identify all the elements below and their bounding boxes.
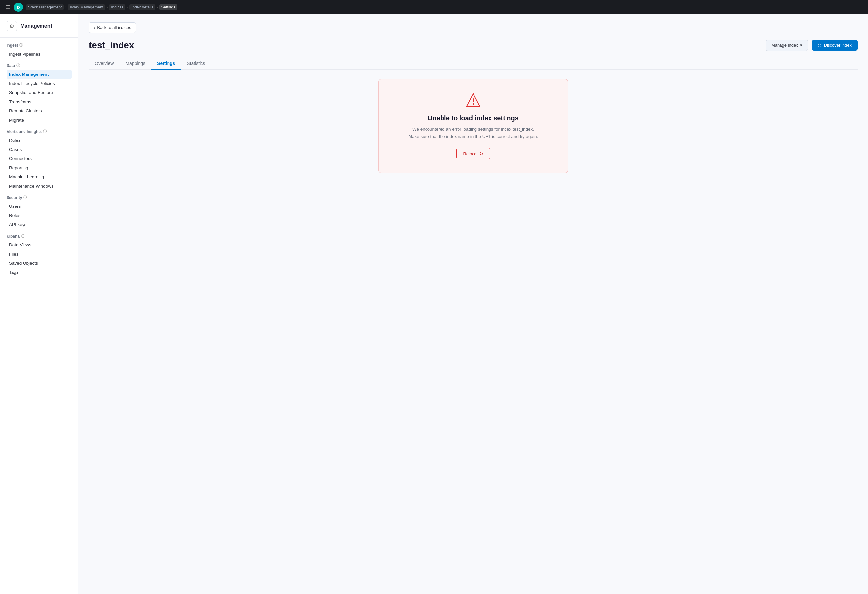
discover-index-label: Discover index: [824, 43, 852, 48]
compass-icon: ◎: [818, 43, 821, 48]
tab-statistics[interactable]: Statistics: [181, 58, 211, 70]
sidebar-item-remote-clusters[interactable]: Remote Clusters: [6, 106, 71, 115]
sidebar-item-index-lifecycle-policies[interactable]: Index Lifecycle Policies: [6, 79, 71, 88]
chevron-left-icon: ‹: [94, 25, 95, 30]
page-title: test_index: [89, 40, 134, 51]
breadcrumb: Stack Management › Index Management › In…: [26, 4, 177, 10]
breadcrumb-index-details[interactable]: Index details: [129, 4, 155, 10]
sidebar-header: ⚙ Management: [0, 21, 78, 38]
breadcrumb-sep-3: ›: [127, 5, 128, 9]
refresh-icon: ↻: [480, 151, 483, 156]
sidebar-item-snapshot-and-restore[interactable]: Snapshot and Restore: [6, 88, 71, 97]
discover-index-button[interactable]: ◎ Discover index: [812, 40, 858, 51]
tab-settings[interactable]: Settings: [151, 58, 181, 70]
sidebar-item-users[interactable]: Users: [6, 202, 71, 211]
tab-overview[interactable]: Overview: [89, 58, 120, 70]
sidebar-item-data-views[interactable]: Data Views: [6, 241, 71, 249]
sidebar-item-rules[interactable]: Rules: [6, 136, 71, 145]
gear-icon: ⚙: [6, 21, 17, 31]
breadcrumb-stack-management[interactable]: Stack Management: [26, 4, 63, 10]
security-info-icon: ⓘ: [23, 195, 27, 200]
sidebar-section-header-alerts: Alerts and Insights ⓘ: [6, 129, 71, 134]
ingest-info-icon: ⓘ: [19, 43, 23, 48]
back-button-label: Back to all indices: [97, 25, 131, 30]
sidebar-item-machine-learning[interactable]: Machine Learning: [6, 173, 71, 181]
breadcrumb-sep-4: ›: [157, 5, 158, 9]
sidebar-section-header-data: Data ⓘ: [6, 63, 71, 68]
back-to-indices-button[interactable]: ‹ Back to all indices: [89, 22, 136, 33]
sidebar-section-kibana: Kibana ⓘ Data Views Files Saved Objects …: [0, 233, 78, 277]
sidebar-section-ingest: Ingest ⓘ Ingest Pipelines: [0, 43, 78, 59]
manage-index-button[interactable]: Manage index ▾: [766, 40, 808, 51]
sidebar-item-roles[interactable]: Roles: [6, 211, 71, 220]
sidebar-item-ingest-pipelines[interactable]: Ingest Pipelines: [6, 50, 71, 59]
topbar: ☰ D Stack Management › Index Management …: [0, 0, 868, 14]
sidebar-section-data: Data ⓘ Index Management Index Lifecycle …: [0, 63, 78, 124]
sidebar-item-migrate[interactable]: Migrate: [6, 116, 71, 124]
tab-mappings[interactable]: Mappings: [120, 58, 151, 70]
sidebar-item-saved-objects[interactable]: Saved Objects: [6, 259, 71, 267]
breadcrumb-sep-2: ›: [106, 5, 108, 9]
sidebar-section-header-ingest: Ingest ⓘ: [6, 43, 71, 48]
sidebar-item-index-management[interactable]: Index Management: [6, 70, 71, 79]
data-info-icon: ⓘ: [16, 63, 20, 68]
header-actions: Manage index ▾ ◎ Discover index: [766, 40, 858, 51]
svg-rect-0: [472, 98, 474, 102]
sidebar-item-tags[interactable]: Tags: [6, 268, 71, 277]
breadcrumb-indices[interactable]: Indices: [109, 4, 125, 10]
alerts-info-icon: ⓘ: [43, 129, 47, 134]
sidebar-section-security: Security ⓘ Users Roles API keys: [0, 195, 78, 229]
breadcrumb-sep-1: ›: [65, 5, 66, 9]
main-content: ‹ Back to all indices test_index Manage …: [78, 14, 868, 594]
tabs: Overview Mappings Settings Statistics: [89, 58, 858, 70]
hamburger-icon[interactable]: ☰: [5, 4, 10, 11]
chevron-down-icon: ▾: [800, 43, 802, 48]
sidebar-section-header-kibana: Kibana ⓘ: [6, 233, 71, 238]
error-desc-line2: Make sure that the index name in the URL…: [409, 134, 538, 139]
page-header: test_index Manage index ▾ ◎ Discover ind…: [89, 40, 858, 51]
sidebar-item-reporting[interactable]: Reporting: [6, 163, 71, 172]
error-description: We encountered an error loading settings…: [394, 126, 552, 140]
error-card: Unable to load index settings We encount…: [378, 79, 568, 173]
error-title: Unable to load index settings: [394, 114, 552, 122]
sidebar-item-files[interactable]: Files: [6, 250, 71, 259]
kibana-info-icon: ⓘ: [21, 233, 25, 238]
sidebar: ⚙ Management Ingest ⓘ Ingest Pipelines D…: [0, 14, 78, 594]
sidebar-item-cases[interactable]: Cases: [6, 145, 71, 154]
warning-icon: [394, 93, 552, 109]
sidebar-item-maintenance-windows[interactable]: Maintenance Windows: [6, 182, 71, 191]
breadcrumb-index-management[interactable]: Index Management: [68, 4, 105, 10]
manage-index-label: Manage index: [771, 43, 798, 48]
sidebar-item-api-keys[interactable]: API keys: [6, 220, 71, 229]
sidebar-item-transforms[interactable]: Transforms: [6, 98, 71, 106]
sidebar-section-header-security: Security ⓘ: [6, 195, 71, 200]
reload-button[interactable]: Reload ↻: [456, 148, 490, 160]
breadcrumb-settings[interactable]: Settings: [159, 4, 177, 10]
error-desc-line1: We encountered an error loading settings…: [412, 127, 534, 132]
layout: ⚙ Management Ingest ⓘ Ingest Pipelines D…: [0, 14, 868, 594]
sidebar-title: Management: [20, 23, 52, 29]
reload-label: Reload: [463, 151, 477, 156]
sidebar-section-alerts: Alerts and Insights ⓘ Rules Cases Connec…: [0, 129, 78, 191]
avatar: D: [14, 3, 23, 12]
sidebar-item-connectors[interactable]: Connectors: [6, 154, 71, 163]
svg-point-1: [472, 103, 474, 105]
